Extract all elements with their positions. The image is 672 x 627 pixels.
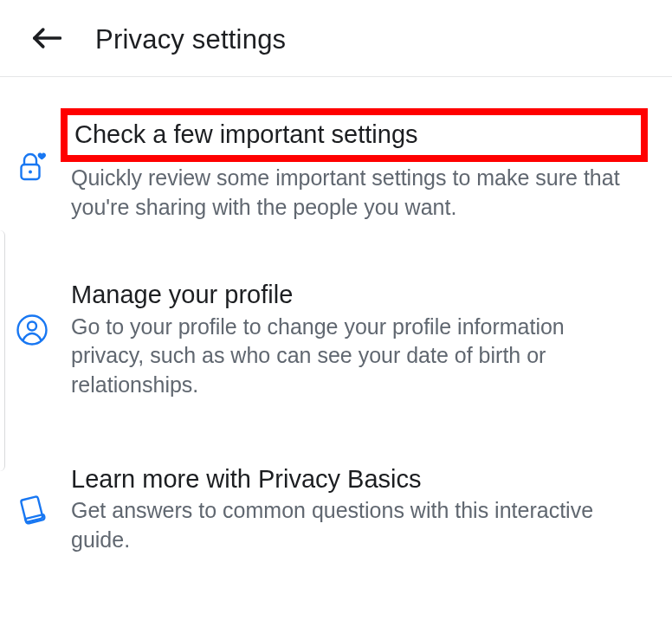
setting-item-desc: Quickly review some important settings t… [71,164,625,222]
setting-item-privacy-basics[interactable]: Learn more with Privacy Basics Get answe… [12,439,648,563]
setting-item-body: Check a few important settings Quickly r… [52,108,648,222]
setting-item-desc: Get answers to common questions with thi… [71,496,625,554]
page-title: Privacy settings [95,24,286,55]
svg-point-2 [29,171,32,174]
setting-item-manage-profile[interactable]: Manage your profile Go to your profile t… [12,262,648,439]
lock-heart-icon [12,150,52,184]
setting-item-desc: Go to your profile to change your profil… [71,313,625,400]
person-circle-icon [12,314,52,346]
svg-point-4 [28,322,36,331]
setting-item-title: Manage your profile [71,279,293,310]
header: Privacy settings [0,0,672,77]
arrow-left-icon [32,26,61,54]
setting-item-check-settings[interactable]: Check a few important settings Quickly r… [12,98,648,262]
book-icon [12,493,52,527]
settings-list: Check a few important settings Quickly r… [0,77,672,563]
setting-item-title: Check a few important settings [74,119,418,150]
back-button[interactable] [31,24,62,55]
setting-item-body: Manage your profile Go to your profile t… [52,279,648,399]
setting-item-title: Learn more with Privacy Basics [71,463,422,494]
highlight-annotation: Check a few important settings [61,108,648,162]
svg-rect-5 [21,496,43,522]
scroll-indicator [0,230,5,471]
setting-item-body: Learn more with Privacy Basics Get answe… [52,463,648,554]
